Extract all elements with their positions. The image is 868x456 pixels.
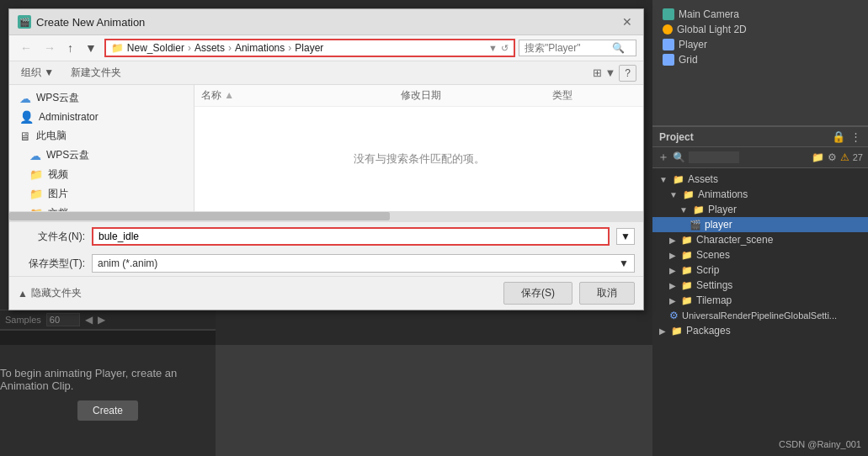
dialog-close-button[interactable]: ✕ xyxy=(620,14,635,29)
project-toolbar: ＋ 🔍 📁 ⚙ ⚠ 27 xyxy=(652,147,868,168)
nav-wps-cloud-label2: WPS云盘 xyxy=(46,148,89,162)
col-date-label: 修改日期 xyxy=(401,89,441,101)
project-search-input[interactable] xyxy=(689,151,739,163)
file-empty-message: 没有与搜索条件匹配的项。 xyxy=(194,107,643,211)
expand-icon7: ▶ xyxy=(669,281,676,290)
filename-input-wrap xyxy=(92,227,610,246)
nav-documents[interactable]: 📁 文档 xyxy=(9,204,194,211)
tree-item-player-folder[interactable]: ▼ 📁 Player xyxy=(652,202,868,217)
filename-input[interactable] xyxy=(99,231,603,242)
hierarchy-item-grid[interactable]: Grid xyxy=(659,52,861,67)
hierarchy-item-camera[interactable]: Main Camera xyxy=(659,7,861,22)
dialog-nav: ← → ↑ ▼ 📁 New_Soldier › Assets › Animati… xyxy=(9,35,643,61)
expand-icon4: ▶ xyxy=(669,236,676,245)
breadcrumb-assets: Assets xyxy=(194,42,225,54)
search-input[interactable] xyxy=(525,42,609,54)
nav-this-pc[interactable]: 🖥 此电脑 xyxy=(9,126,194,146)
breadcrumb-new-soldier: New_Soldier xyxy=(127,42,184,54)
animations-folder-icon: 📁 xyxy=(683,189,695,200)
csdn-watermark: CSDN @Rainy_001 xyxy=(779,439,861,449)
assets-folder-icon: 📁 xyxy=(673,174,684,185)
back-button[interactable]: ← xyxy=(16,40,36,56)
breadcrumb-sep2: › xyxy=(228,42,232,54)
filename-dropdown[interactable]: ▼ xyxy=(616,228,635,245)
view-toggle-icon[interactable]: ⊞ ▼ xyxy=(593,66,615,79)
dialog-overlay: 🎬 Create New Animation ✕ ← → ↑ ▼ 📁 New_S… xyxy=(0,0,652,345)
tree-item-scrip[interactable]: ▶ 📁 Scrip xyxy=(652,262,868,278)
nav-administrator[interactable]: 👤 Administrator xyxy=(9,108,194,126)
col-header-type[interactable]: 类型 xyxy=(552,88,636,103)
dialog-action-buttons: 保存(S) 取消 xyxy=(503,282,635,305)
breadcrumb-player: Player xyxy=(295,42,323,54)
more-icon[interactable]: ⋮ xyxy=(850,130,861,143)
expand-icon: ▼ xyxy=(659,175,668,184)
tree-item-scenes[interactable]: ▶ 📁 Scenes xyxy=(652,247,868,262)
char-folder-icon: 📁 xyxy=(681,235,693,246)
nav-videos[interactable]: 📁 视频 xyxy=(9,165,194,184)
dialog-title-left: 🎬 Create New Animation xyxy=(18,15,145,29)
horizontal-scrollbar[interactable] xyxy=(9,211,643,221)
breadcrumb-dropdown-button[interactable]: ▼ xyxy=(488,43,498,53)
scroll-thumb[interactable] xyxy=(9,212,390,220)
tree-item-animations[interactable]: ▼ 📁 Animations xyxy=(652,187,868,202)
folder-icon: 📁 xyxy=(812,151,824,163)
file-list-container: ☁ WPS云盘 👤 Administrator 🖥 此电脑 ☁ WPS云盘 📁 xyxy=(9,85,643,211)
tree-item-settings[interactable]: ▶ 📁 Settings xyxy=(652,278,868,293)
pictures-folder-icon: 📁 xyxy=(29,188,43,200)
recent-button[interactable]: ▼ xyxy=(81,40,101,56)
cancel-button[interactable]: 取消 xyxy=(579,282,635,305)
nav-wps-cloud2[interactable]: ☁ WPS云盘 xyxy=(9,146,194,165)
hidden-files-toggle[interactable]: ▲ 隐藏文件夹 xyxy=(18,286,82,300)
tree-item-tilemap[interactable]: ▶ 📁 Tilemap xyxy=(652,293,868,308)
project-tree: ▼ 📁 Assets ▼ 📁 Animations ▼ 📁 Player 🎬 p… xyxy=(652,168,868,342)
hierarchy-item-light[interactable]: Global Light 2D xyxy=(659,22,861,37)
empty-text: 没有与搜索条件匹配的项。 xyxy=(354,151,485,167)
tree-label-player-anim: player xyxy=(705,219,732,231)
col-header-date[interactable]: 修改日期 xyxy=(401,88,552,103)
tree-item-assets[interactable]: ▼ 📁 Assets xyxy=(652,172,868,187)
savetype-select[interactable]: anim (*.anim) ▼ xyxy=(92,254,635,273)
project-title: Project xyxy=(659,131,694,143)
col-header-name[interactable]: 名称 ▲ xyxy=(201,88,401,103)
tree-item-character-scene[interactable]: ▶ 📁 Character_scene xyxy=(652,232,868,247)
urp-file-icon: ⚙ xyxy=(669,310,679,321)
add-icon[interactable]: ＋ xyxy=(658,150,669,165)
filename-row: 文件名(N): ▼ xyxy=(9,221,643,251)
hierarchy-item-player[interactable]: Player xyxy=(659,37,861,52)
project-panel: Project 🔒 ⋮ ＋ 🔍 📁 ⚙ ⚠ 27 ▼ 📁 Assets ▼ 📁 … xyxy=(652,126,868,456)
up-button[interactable]: ↑ xyxy=(63,40,77,56)
savetype-row: 保存类型(T): anim (*.anim) ▼ xyxy=(9,251,643,276)
tree-item-urp[interactable]: ⚙ UniversalRenderPipelineGlobalSetti... xyxy=(652,308,868,323)
nav-administrator-label: Administrator xyxy=(39,111,99,123)
nav-wps-cloud1[interactable]: ☁ WPS云盘 xyxy=(9,88,194,108)
new-folder-button[interactable]: 新建文件夹 xyxy=(66,64,126,82)
videos-folder-icon: 📁 xyxy=(29,168,43,181)
expand-icon5: ▶ xyxy=(669,251,676,260)
refresh-button[interactable]: ↺ xyxy=(501,43,509,54)
tree-item-player-anim[interactable]: 🎬 player xyxy=(652,217,868,232)
warning-icon: ⚠ xyxy=(840,151,849,163)
help-button[interactable]: ? xyxy=(619,65,636,82)
save-button[interactable]: 保存(S) xyxy=(503,282,572,305)
nav-pictures[interactable]: 📁 图片 xyxy=(9,184,194,204)
organize-button[interactable]: 组织 ▼ xyxy=(16,64,59,82)
organize-label: 组织 xyxy=(21,66,41,78)
expand-icon8: ▶ xyxy=(669,296,676,305)
settings-icon2[interactable]: ⚙ xyxy=(828,151,837,163)
create-animation-dialog: 🎬 Create New Animation ✕ ← → ↑ ▼ 📁 New_S… xyxy=(8,8,644,310)
hidden-files-label: 隐藏文件夹 xyxy=(31,286,82,300)
hierarchy-label-grid: Grid xyxy=(679,54,698,66)
search-icon[interactable]: 🔍 xyxy=(673,151,685,163)
forward-button[interactable]: → xyxy=(40,40,60,56)
breadcrumb-bar: 📁 New_Soldier › Assets › Animations › Pl… xyxy=(104,39,515,57)
wps-cloud-icon2: ☁ xyxy=(29,149,41,162)
dialog-titlebar: 🎬 Create New Animation ✕ xyxy=(9,9,643,35)
savetype-label: 保存类型(T): xyxy=(18,257,85,271)
administrator-icon: 👤 xyxy=(19,110,34,124)
create-animation-button[interactable]: Create xyxy=(77,400,138,421)
hierarchy-panel: Main Camera Global Light 2D Player Grid xyxy=(652,0,868,126)
dialog-buttons-row: ▲ 隐藏文件夹 保存(S) 取消 xyxy=(9,276,643,310)
tree-item-packages[interactable]: ▶ 📁 Packages xyxy=(652,323,868,338)
project-header: Project 🔒 ⋮ xyxy=(652,127,868,147)
toggle-arrow: ▲ xyxy=(18,288,28,300)
